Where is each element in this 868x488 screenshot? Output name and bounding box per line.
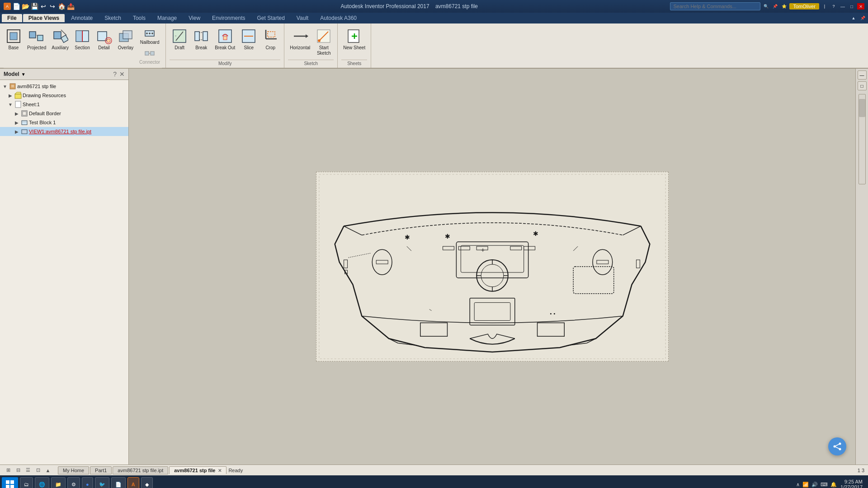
tab-stp-file[interactable]: avm86721 stp file ✕	[169, 466, 226, 474]
export-icon[interactable]: 📤	[67, 3, 74, 10]
taskbar-folder[interactable]: 📁	[51, 477, 66, 488]
tab-my-home[interactable]: My Home	[58, 466, 89, 474]
view-list-icon[interactable]: ☰	[24, 466, 33, 475]
taskbar-autodesk[interactable]: A	[127, 477, 139, 488]
tab-close-icon[interactable]: ✕	[218, 468, 222, 473]
tree-item-drawing-resources[interactable]: ▶ Drawing Resources	[0, 91, 128, 100]
search-input[interactable]	[670, 2, 760, 10]
view-tile-icon[interactable]: ⊡	[33, 466, 42, 475]
slice-button[interactable]: Slice	[239, 27, 259, 52]
base-button[interactable]: Base	[4, 27, 24, 52]
taskbar-settings[interactable]: ⚙	[67, 477, 80, 488]
tab-vault[interactable]: Vault	[291, 14, 314, 22]
taskbar-file-explorer[interactable]: 🗂	[20, 477, 33, 488]
user-button[interactable]: TomOliver	[789, 3, 819, 9]
tab-manage[interactable]: Manage	[152, 14, 182, 22]
draft-icon: °	[171, 28, 188, 44]
undo-icon[interactable]: ↩	[40, 3, 47, 10]
tree-item-sheet1[interactable]: ▼ Sheet:1	[0, 100, 128, 109]
rt-restore-button[interactable]: □	[858, 81, 867, 90]
section-button[interactable]: Section	[72, 27, 92, 52]
tab-place-views[interactable]: Place Views	[23, 14, 65, 22]
tab-a360[interactable]: Autodesk A360	[315, 14, 362, 22]
maximize-button[interactable]: □	[848, 3, 855, 9]
keyboard-icon[interactable]: ⌨	[821, 482, 828, 488]
tree-item-view1[interactable]: ▶ VIEW1:avm86721 stp file.ipt	[0, 127, 128, 136]
clock-display[interactable]: 9:25 AM 1/27/2017	[840, 479, 863, 488]
draft-button[interactable]: ° Draft	[170, 27, 189, 52]
detail-button[interactable]: Detail	[94, 27, 114, 52]
connector-button[interactable]: Connector	[137, 47, 162, 66]
star-icon[interactable]: ⭐	[780, 3, 788, 10]
horizontal-button[interactable]: Horizontal	[288, 27, 312, 52]
break-button[interactable]: Break	[191, 27, 211, 52]
help-icon[interactable]: ?	[830, 3, 837, 10]
tab-ipt-file[interactable]: avm86721 stp file.ipt	[113, 466, 168, 474]
tab-part1[interactable]: Part1	[90, 466, 112, 474]
tree-expand-view1[interactable]: ▶	[14, 128, 20, 135]
taskbar-twitter[interactable]: 🐦	[95, 477, 109, 488]
tree-icon-border	[21, 110, 28, 117]
start-button[interactable]	[2, 477, 18, 488]
taskbar-pdf[interactable]: 📄	[111, 477, 126, 488]
panel-close-button[interactable]: ✕	[119, 70, 125, 78]
view-home-icon[interactable]: ⊞	[4, 466, 13, 475]
taskbar-extra[interactable]: ◆	[141, 477, 153, 488]
share-button[interactable]	[828, 437, 846, 455]
tab-environments[interactable]: Environments	[207, 14, 250, 22]
tree-expand-drawing[interactable]: ▶	[7, 92, 14, 99]
overlay-button[interactable]: Overlay	[116, 27, 136, 52]
tree-expand-root[interactable]: ▼	[2, 83, 8, 89]
page-info: 1 3	[858, 468, 864, 473]
svg-marker-38	[306, 34, 308, 38]
tab-get-started[interactable]: Get Started	[251, 14, 290, 22]
taskbar-chrome[interactable]: ●	[82, 477, 93, 488]
auxiliary-button[interactable]: Auxiliary	[50, 27, 71, 52]
tab-file[interactable]: File	[2, 14, 22, 22]
start-sketch-button[interactable]: StartSketch	[314, 27, 334, 57]
pin-icon[interactable]: 📌	[771, 3, 778, 10]
tree-label-root: avm86721 stp file	[17, 84, 56, 89]
tab-annotate[interactable]: Annotate	[66, 14, 98, 22]
right-scrollbar[interactable]	[859, 94, 866, 184]
tree-expand-border[interactable]: ▶	[14, 110, 20, 117]
nailboard-button[interactable]: Nailboard	[137, 27, 162, 46]
panel-help-button[interactable]: ?	[113, 70, 117, 78]
canvas-area[interactable]: ✱ ✱ ✱ +	[129, 69, 855, 465]
save-icon[interactable]: 💾	[31, 3, 38, 10]
draft-label: Draft	[175, 45, 184, 51]
new-sheet-icon	[346, 28, 363, 44]
network-icon[interactable]: 📶	[802, 482, 809, 488]
tree-item-root[interactable]: ▼ avm86721 stp file	[0, 82, 128, 91]
taskbar-browser[interactable]: 🌐	[35, 477, 49, 488]
ribbon-toggle-icon[interactable]: ▲	[850, 14, 857, 22]
tab-view[interactable]: View	[183, 14, 206, 22]
crop-button[interactable]: Crop	[260, 27, 280, 52]
rt-minimize-button[interactable]: —	[858, 70, 867, 80]
close-button[interactable]: ✕	[857, 3, 864, 9]
tray-arrow-icon[interactable]: ∧	[796, 482, 800, 488]
breakout-button[interactable]: Break Out	[213, 27, 237, 52]
notification-icon[interactable]: 🔔	[830, 482, 837, 488]
home-icon[interactable]: 🏠	[58, 3, 65, 10]
tab-tools[interactable]: Tools	[127, 14, 151, 22]
minimize-button[interactable]: —	[839, 3, 846, 9]
search-icon[interactable]: 🔍	[762, 3, 769, 10]
tree-expand-sheet1[interactable]: ▼	[7, 101, 14, 108]
open-icon[interactable]: 📂	[22, 3, 29, 10]
tab-sketch[interactable]: Sketch	[99, 14, 127, 22]
new-icon[interactable]: 📄	[13, 3, 20, 10]
projected-button[interactable]: Projected	[25, 27, 48, 52]
new-sheet-button[interactable]: New Sheet	[341, 27, 367, 52]
scrollbar-thumb[interactable]	[859, 99, 865, 117]
view-up-icon[interactable]: ▲	[43, 466, 52, 475]
view-grid-icon[interactable]: ⊟	[14, 466, 23, 475]
sketch-group-label: Sketch	[288, 60, 334, 66]
tree-expand-testblock[interactable]: ▶	[14, 119, 20, 126]
ribbon-pin-icon[interactable]: 📌	[859, 14, 866, 22]
panel-dropdown-icon[interactable]: ▼	[21, 72, 26, 77]
tree-item-test-block[interactable]: ▶ Test Block 1	[0, 118, 128, 127]
volume-icon[interactable]: 🔊	[811, 482, 818, 488]
redo-icon[interactable]: ↪	[49, 3, 56, 10]
tree-item-default-border[interactable]: ▶ Default Border	[0, 109, 128, 118]
